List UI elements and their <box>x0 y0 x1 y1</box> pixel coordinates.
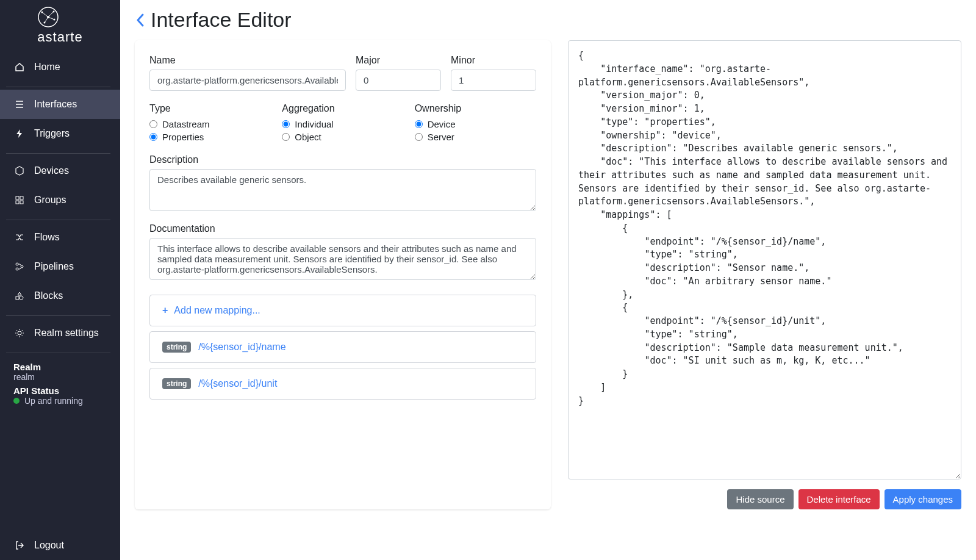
api-status-label: API Status <box>13 386 107 396</box>
realm-label: Realm <box>13 362 107 372</box>
sidebar-item-label: Logout <box>34 540 64 551</box>
type-radio-properties[interactable] <box>149 133 157 141</box>
aggregation-radio-individual[interactable] <box>282 120 290 128</box>
major-label: Major <box>356 55 441 66</box>
apply-changes-button[interactable]: Apply changes <box>884 489 961 509</box>
name-label: Name <box>149 55 346 66</box>
gear-icon <box>13 328 26 338</box>
sidebar-item-label: Pipelines <box>34 261 74 272</box>
hide-source-button[interactable]: Hide source <box>727 489 793 509</box>
svg-point-6 <box>41 12 43 13</box>
mapping-type-badge: string <box>162 378 191 389</box>
sidebar-item-realm-settings[interactable]: Realm settings <box>0 318 120 348</box>
sidebar-item-label: Flows <box>34 232 60 243</box>
type-option-datastream[interactable]: Datastream <box>149 118 271 131</box>
aggregation-option-individual[interactable]: Individual <box>282 118 403 131</box>
svg-point-7 <box>53 11 55 13</box>
svg-line-4 <box>48 17 54 20</box>
description-textarea[interactable] <box>149 169 536 211</box>
svg-rect-11 <box>20 196 23 199</box>
nav-separator <box>6 220 110 220</box>
list-icon <box>13 99 26 109</box>
svg-point-19 <box>18 331 21 335</box>
ownership-option-server[interactable]: Server <box>415 131 536 143</box>
ownership-radio-server[interactable] <box>415 133 423 141</box>
shapes-icon <box>13 291 26 301</box>
mapping-row[interactable]: string /%{sensor_id}/name <box>149 331 536 363</box>
page-title: Interface Editor <box>151 8 292 32</box>
home-icon <box>13 62 26 72</box>
plus-icon: + <box>162 305 168 316</box>
flow-icon <box>13 232 26 242</box>
mapping-row[interactable]: string /%{sensor_id}/unit <box>149 368 536 400</box>
svg-rect-10 <box>16 196 19 199</box>
type-option-properties[interactable]: Properties <box>149 131 271 143</box>
sidebar-item-interfaces[interactable]: Interfaces <box>0 90 120 119</box>
description-label: Description <box>149 154 536 165</box>
api-status-value: Up and running <box>13 396 107 406</box>
svg-line-2 <box>42 12 48 17</box>
aggregation-radio-object[interactable] <box>282 133 290 141</box>
svg-line-3 <box>48 12 54 17</box>
type-label: Type <box>149 103 271 114</box>
logo: astarte <box>0 0 120 52</box>
sidebar-item-label: Blocks <box>34 290 63 301</box>
ownership-label: Ownership <box>415 103 536 114</box>
sidebar-item-blocks[interactable]: Blocks <box>0 281 120 311</box>
sidebar-item-label: Home <box>34 62 60 73</box>
sidebar: astarte Home Interfaces Triggers <box>0 0 120 560</box>
add-mapping-label: Add new mapping... <box>174 305 260 316</box>
main-content: Interface Editor Name Major Minor <box>120 0 976 560</box>
ownership-option-device[interactable]: Device <box>415 118 536 131</box>
ownership-radio-device[interactable] <box>415 120 423 128</box>
realm-info: Realm realm API Status Up and running <box>0 356 120 412</box>
svg-point-8 <box>54 19 56 21</box>
grid-icon <box>13 195 26 205</box>
svg-point-14 <box>16 263 18 265</box>
major-input[interactable] <box>356 70 441 91</box>
nav-separator <box>6 87 110 87</box>
type-radio-datastream[interactable] <box>149 120 157 128</box>
sidebar-item-logout[interactable]: Logout <box>0 531 120 560</box>
svg-rect-17 <box>16 296 19 300</box>
sidebar-item-label: Interfaces <box>34 99 77 110</box>
interface-form-card: Name Major Minor Type <box>135 40 551 509</box>
sidebar-item-label: Realm settings <box>34 328 99 339</box>
sidebar-item-triggers[interactable]: Triggers <box>0 119 120 148</box>
add-mapping-button[interactable]: + Add new mapping... <box>149 295 536 326</box>
sidebar-item-groups[interactable]: Groups <box>0 185 120 215</box>
svg-rect-13 <box>20 201 23 204</box>
back-icon[interactable] <box>135 12 146 28</box>
cube-icon <box>13 166 26 176</box>
astarte-logo-icon <box>37 6 59 28</box>
sidebar-item-label: Triggers <box>34 128 70 139</box>
nav-separator <box>6 315 110 316</box>
documentation-label: Documentation <box>149 223 536 234</box>
sidebar-item-flows[interactable]: Flows <box>0 223 120 252</box>
bolt-icon <box>13 129 26 138</box>
mapping-endpoint: /%{sensor_id}/unit <box>198 378 277 389</box>
sidebar-item-home[interactable]: Home <box>0 52 120 82</box>
nav-separator <box>6 353 110 353</box>
mapping-type-badge: string <box>162 342 191 353</box>
svg-point-16 <box>21 265 23 268</box>
sidebar-item-label: Groups <box>34 195 66 206</box>
logo-text: astarte <box>37 29 82 45</box>
svg-point-9 <box>44 22 46 24</box>
svg-point-15 <box>16 268 18 270</box>
nav-separator <box>6 153 110 154</box>
aggregation-option-object[interactable]: Object <box>282 131 403 143</box>
source-textarea[interactable] <box>568 40 961 479</box>
minor-input[interactable] <box>451 70 536 91</box>
name-input[interactable] <box>149 70 346 91</box>
mapping-endpoint: /%{sensor_id}/name <box>198 342 285 353</box>
svg-point-18 <box>20 296 23 300</box>
sidebar-item-label: Devices <box>34 165 69 176</box>
delete-interface-button[interactable]: Delete interface <box>798 489 880 509</box>
svg-rect-12 <box>16 201 19 204</box>
sidebar-item-pipelines[interactable]: Pipelines <box>0 252 120 281</box>
svg-line-5 <box>45 17 48 23</box>
minor-label: Minor <box>451 55 536 66</box>
documentation-textarea[interactable] <box>149 238 536 280</box>
sidebar-item-devices[interactable]: Devices <box>0 156 120 185</box>
